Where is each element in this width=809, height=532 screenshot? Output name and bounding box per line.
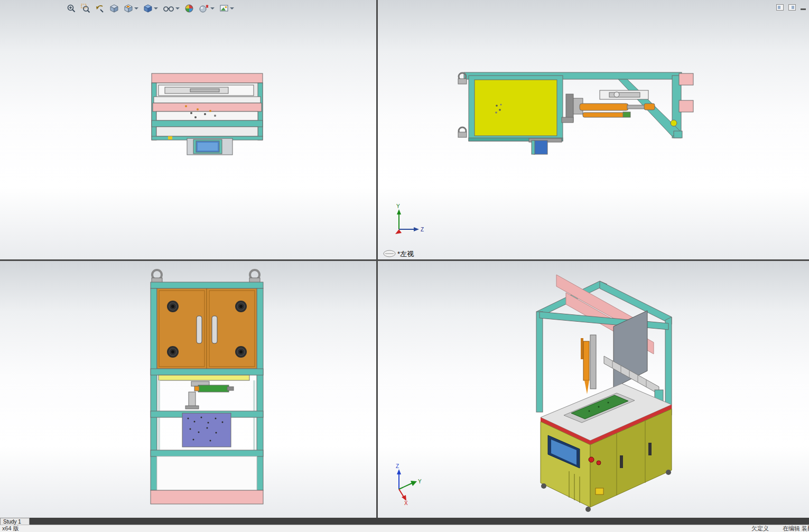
cabinet-handle-2 — [648, 443, 652, 455]
viewport-top-view[interactable] — [0, 0, 376, 259]
display-style-icon — [143, 4, 153, 13]
frame-column-left — [151, 288, 157, 490]
section-view-icon — [109, 4, 119, 13]
dropdown-caret-icon — [175, 7, 180, 10]
x-axis-label: X — [404, 500, 408, 506]
apply-scene-button[interactable] — [198, 3, 215, 14]
view-settings-button[interactable] — [219, 3, 235, 14]
view-settings-icon — [219, 4, 229, 13]
pane-toggle-2-icon[interactable] — [788, 4, 796, 11]
study-tab-row: Study 1 — [0, 518, 809, 525]
apply-scene-icon — [199, 4, 209, 13]
viewport-isometric-view[interactable]: Z Y X — [378, 261, 809, 518]
viewport-divider-vertical[interactable] — [376, 0, 378, 518]
door-handle-right — [212, 316, 217, 343]
dropdown-caret-icon — [230, 7, 234, 10]
view-orientation-button[interactable] — [123, 3, 139, 14]
gantry-column-left — [536, 312, 543, 412]
machine-left-view — [458, 72, 693, 154]
control-panel-purple — [182, 413, 231, 447]
study-tab[interactable]: Study 1 — [0, 518, 30, 525]
x-axis-origin-icon — [395, 229, 402, 234]
viewport-divider-horizontal[interactable] — [0, 259, 809, 261]
cad-application-window: Y Z *左视 — [0, 0, 809, 532]
heads-up-view-toolbar — [66, 2, 235, 15]
status-info-row: x64 版 欠定义 在编辑 装配 — [0, 525, 809, 532]
y-axis-label: Y — [396, 203, 400, 209]
machine-isometric-view — [536, 275, 672, 512]
operator-screen — [187, 138, 233, 155]
light-strip — [159, 375, 249, 380]
reference-triad: Z Y X — [396, 463, 422, 506]
eye-bolts — [458, 73, 467, 137]
top-view-canvas — [0, 0, 376, 259]
z-axis-label: Z — [421, 227, 424, 232]
dropdown-caret-icon — [154, 7, 158, 10]
upper-doors — [157, 288, 257, 369]
pane-toggle-icon[interactable] — [776, 4, 784, 11]
zoom-to-area-button[interactable] — [80, 3, 91, 14]
definition-state-label: 欠定义 — [751, 525, 769, 532]
zoom-to-area-icon — [81, 4, 90, 13]
frame-top-beam — [151, 282, 263, 288]
pane-controls — [776, 4, 806, 11]
viewport-front-view[interactable] — [0, 261, 376, 518]
previous-view-button[interactable] — [95, 3, 105, 14]
emergency-button — [589, 457, 594, 462]
frame-column-right — [257, 288, 263, 490]
eye-bolts — [152, 270, 260, 283]
screen-side — [534, 141, 547, 154]
zoom-to-fit-icon — [67, 4, 76, 13]
linear-rail — [600, 90, 648, 99]
view-name-label: *左视 — [397, 250, 414, 258]
machine-front-view — [151, 270, 263, 504]
cabinet-handle-1 — [620, 455, 623, 468]
machine-top-view — [152, 73, 263, 155]
section-view-button[interactable] — [109, 3, 119, 14]
bumper-mid — [153, 103, 262, 111]
z-axis-actuator — [581, 335, 596, 394]
viewport-left-view[interactable]: Y Z *左视 — [378, 0, 809, 259]
door-handle-left — [197, 316, 202, 343]
work-station-parts — [185, 381, 234, 409]
display-style-button[interactable] — [143, 3, 159, 14]
side-panel-yellow — [475, 80, 557, 136]
dropdown-caret-icon — [134, 7, 138, 10]
zoom-to-fit-button[interactable] — [66, 3, 77, 14]
warning-sticker — [596, 488, 603, 494]
front-view-canvas — [0, 261, 376, 518]
view-orientation-icon — [124, 4, 133, 13]
z-axis-arrow-icon — [397, 469, 401, 474]
edit-appearance-icon — [184, 4, 194, 13]
y-axis-label: Y — [418, 479, 422, 484]
y-axis-arrow-icon — [397, 209, 401, 214]
caster-wheel — [541, 483, 546, 489]
isometric-view-canvas: Z Y X — [378, 261, 809, 518]
z-axis-arrow-icon — [414, 227, 419, 231]
dropdown-caret-icon — [210, 7, 215, 10]
minimize-icon[interactable] — [801, 8, 806, 10]
hide-show-items-icon — [163, 4, 174, 13]
bumper-end-2 — [679, 100, 693, 112]
system-version-label: x64 版 — [2, 525, 19, 532]
study-tab-label: Study 1 — [3, 519, 21, 525]
previous-view-icon — [95, 4, 105, 13]
lower-cabinet — [157, 456, 257, 490]
bumper-top — [152, 73, 263, 83]
z-axis-label: Z — [396, 463, 399, 469]
edit-mode-label: 在编辑 装配 — [783, 525, 809, 532]
bumper-end-1 — [679, 73, 693, 85]
left-view-canvas: Y Z *左视 — [378, 0, 809, 259]
viewport-label: *左视 — [384, 250, 414, 258]
edit-appearance-button[interactable] — [184, 3, 194, 14]
hide-show-items-button[interactable] — [162, 3, 180, 14]
reference-triad: Y Z — [395, 203, 424, 234]
status-bar: Study 1 x64 版 欠定义 在编辑 装配 — [0, 518, 809, 532]
bumper-bottom — [151, 490, 263, 504]
